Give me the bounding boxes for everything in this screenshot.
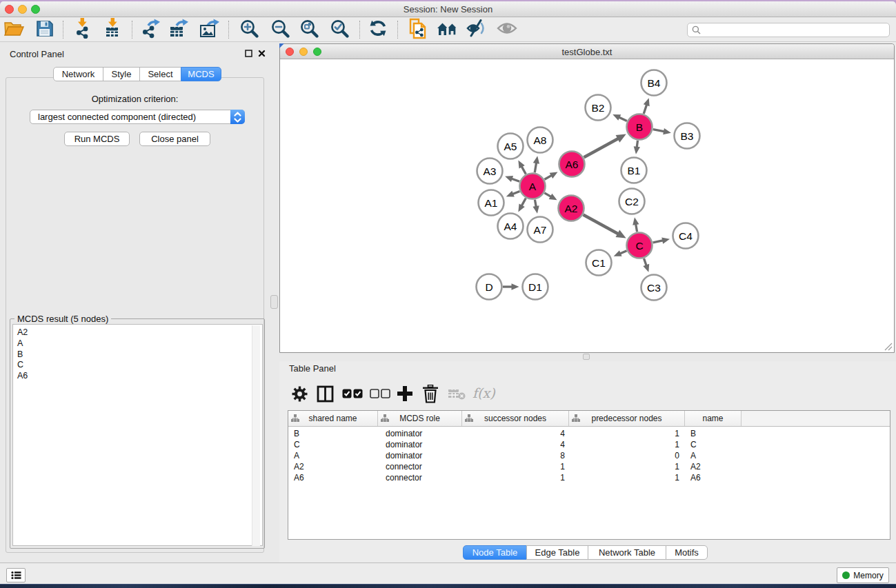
show-all-icon xyxy=(497,21,517,39)
table-row[interactable]: Cdominator41C xyxy=(288,439,890,450)
add-column-button[interactable] xyxy=(393,384,417,406)
app-titlebar: Session: New Session xyxy=(0,1,896,17)
vertical-split-divider[interactable] xyxy=(270,42,279,562)
tab-node-table[interactable]: Node Table xyxy=(463,545,527,560)
open-button[interactable] xyxy=(3,19,25,40)
search-box[interactable] xyxy=(687,23,890,37)
result-list-item[interactable]: A6 xyxy=(17,371,262,382)
node-table[interactable]: shared nameMCDS rolesuccessor nodesprede… xyxy=(288,410,890,540)
select-all-button[interactable] xyxy=(341,384,364,406)
graph-node-label: A7 xyxy=(534,224,547,236)
tab-edge-table[interactable]: Edge Table xyxy=(526,545,588,560)
table-header-row: shared nameMCDS rolesuccessor nodesprede… xyxy=(288,411,890,427)
graph-node-label: A xyxy=(529,181,537,192)
deselect-all-icon xyxy=(370,389,390,401)
zoom-selected-button[interactable] xyxy=(328,19,350,40)
tab-mcds[interactable]: MCDS xyxy=(181,67,221,81)
status-bar: Memory xyxy=(0,562,896,584)
delete-column-button[interactable] xyxy=(419,384,442,406)
first-neighbors-button[interactable] xyxy=(436,19,458,40)
gear-icon xyxy=(291,385,308,405)
graph-node-label: B1 xyxy=(628,165,641,176)
result-list-item[interactable]: A xyxy=(17,338,262,349)
graph-node-label: B xyxy=(636,121,643,133)
graph-node-label: A6 xyxy=(566,159,579,170)
table-row[interactable]: Bdominator41B xyxy=(288,428,890,439)
memory-status-icon xyxy=(842,571,850,579)
cell: B xyxy=(690,429,696,438)
export-network-icon xyxy=(141,19,161,41)
graph-node-label: A2 xyxy=(565,203,578,214)
horizontal-split-divider[interactable] xyxy=(279,353,896,361)
graph-edge[interactable] xyxy=(584,215,619,235)
result-list-item[interactable]: C xyxy=(17,360,262,371)
criterion-dropdown[interactable]: largest connected component (directed) xyxy=(30,110,245,124)
tab-select[interactable]: Select xyxy=(139,67,181,81)
table-row[interactable]: A2connector11A2 xyxy=(288,461,890,472)
vertical-divider-grip[interactable] xyxy=(270,295,278,309)
gear-button[interactable] xyxy=(288,384,311,406)
toolbar-separator xyxy=(359,21,360,39)
tab-network[interactable]: Network xyxy=(53,67,103,81)
control-panel-tabs: NetworkStyleSelectMCDS xyxy=(53,67,221,81)
graph-node-label: B4 xyxy=(648,77,661,89)
tab-style[interactable]: Style xyxy=(103,67,140,81)
task-history-button[interactable] xyxy=(6,568,26,582)
column-header-name[interactable]: name xyxy=(685,411,741,426)
graph-edge[interactable] xyxy=(584,138,620,157)
float-panel-icon[interactable] xyxy=(245,50,252,57)
table-row[interactable]: Adominator80A xyxy=(288,450,890,461)
window-resize-grip[interactable] xyxy=(884,343,893,351)
clone-network-button[interactable] xyxy=(406,19,428,40)
mcds-result-list[interactable]: A2ABCA6 xyxy=(12,324,263,546)
graph-node-label: A4 xyxy=(504,221,517,232)
column-header-predecessor-nodes[interactable]: predecessor nodes xyxy=(569,411,685,426)
table-row[interactable]: A6connector11A6 xyxy=(288,472,890,483)
import-network-button[interactable] xyxy=(71,19,93,40)
column-header-MCDS-role[interactable]: MCDS role xyxy=(378,411,462,426)
export-table-button[interactable] xyxy=(168,19,190,40)
zoom-out-button[interactable] xyxy=(269,19,291,40)
close-panel-button[interactable]: Close panel xyxy=(139,132,210,146)
delete-table-button[interactable] xyxy=(445,384,468,406)
tab-network-table[interactable]: Network Table xyxy=(588,545,666,560)
export-network-button[interactable] xyxy=(140,19,162,40)
zoom-in-button[interactable] xyxy=(238,19,260,40)
column-header-shared-name[interactable]: shared name xyxy=(288,411,378,426)
toolbar-separator xyxy=(132,21,132,39)
network-canvas-svg[interactable]: AA1A2A3A4A5A6A7A8BB1B2B3B4CC1C2C3C4DD1 xyxy=(280,59,894,353)
zoom-selected-icon xyxy=(330,19,350,41)
first-neighbors-icon xyxy=(437,20,458,40)
deselect-all-button[interactable] xyxy=(368,384,392,406)
import-network-icon xyxy=(72,18,92,41)
run-mcds-button[interactable]: Run MCDS xyxy=(64,132,130,146)
control-panel: Control Panel NetworkStyleSelectMCDS Opt… xyxy=(0,42,270,562)
export-image-button[interactable] xyxy=(198,19,220,40)
column-header-successor-nodes[interactable]: successor nodes xyxy=(462,411,569,426)
refresh-button[interactable] xyxy=(367,19,389,40)
memory-button[interactable]: Memory xyxy=(837,567,889,583)
zoom-fit-button[interactable] xyxy=(298,19,320,40)
graph-edge-arrow xyxy=(533,156,539,164)
control-panel-title: Control Panel xyxy=(10,49,64,59)
network-window-title: testGlobe.txt xyxy=(280,47,894,57)
function-button[interactable]: f(x) xyxy=(472,384,495,406)
result-list-item[interactable]: B xyxy=(17,349,262,361)
result-list-item[interactable]: A2 xyxy=(17,327,262,338)
split-columns-button[interactable] xyxy=(313,384,337,406)
criterion-value: largest connected component (directed) xyxy=(38,112,196,122)
save-button[interactable] xyxy=(33,19,55,40)
search-input[interactable] xyxy=(701,26,880,35)
function-icon: f(x) xyxy=(471,385,497,405)
graph-edge-arrow xyxy=(506,191,515,197)
horizontal-divider-grip[interactable] xyxy=(583,354,590,360)
show-all-button[interactable] xyxy=(496,19,518,40)
svg-text:f(x): f(x) xyxy=(472,385,496,401)
hide-selected-button[interactable] xyxy=(466,19,488,40)
tab-motifs[interactable]: Motifs xyxy=(666,545,708,560)
network-window-titlebar[interactable]: testGlobe.txt xyxy=(280,44,894,59)
result-list-scrollbar[interactable] xyxy=(252,325,260,546)
close-panel-icon[interactable] xyxy=(258,50,266,57)
refresh-icon xyxy=(368,19,388,41)
import-table-button[interactable] xyxy=(101,19,123,40)
